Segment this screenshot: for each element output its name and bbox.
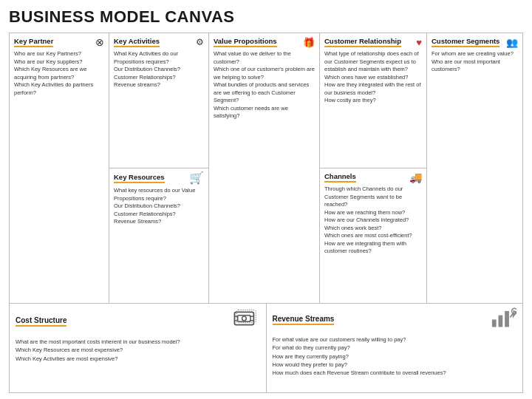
page-title: BUSINESS MODEL CANVAS: [9, 7, 523, 27]
segments-cell: Customer Segments 👥 For whom are we crea…: [427, 33, 522, 303]
cost-title: Cost Structure: [16, 316, 66, 327]
cost-header: Cost Structure: [16, 307, 260, 335]
channels-body: Through which Channels do our Customer S…: [324, 185, 422, 256]
partner-cell: Key Partner ⊗ Who are our Key Partners? …: [10, 33, 109, 303]
relationship-cell: Customer Relationship ♥ What type of rel…: [320, 33, 426, 168]
svg-rect-8: [492, 319, 497, 327]
revenue-icon: $: [490, 307, 516, 332]
bottom-row: Cost Structure: [10, 304, 522, 392]
value-title: Value Propositions: [214, 37, 277, 47]
revenue-cell: Revenue Streams $: [267, 304, 523, 392]
resources-header: Key Resources 🛒: [114, 172, 204, 184]
relationship-header: Customer Relationship ♥: [324, 37, 422, 47]
partner-body: Who are our Key Partners? Who are our Ke…: [14, 50, 104, 97]
relationship-title: Customer Relationship: [324, 37, 401, 47]
partner-title: Key Partner: [14, 37, 53, 47]
value-header: Value Propositions 🎁: [214, 37, 315, 47]
resources-icon: 🛒: [189, 172, 204, 184]
cost-body: What are the most important costs inhere…: [16, 338, 260, 363]
segments-body: For whom are we creating value? Who are …: [432, 50, 518, 74]
segments-title: Customer Segments: [432, 37, 499, 47]
partner-header: Key Partner ⊗: [14, 37, 104, 47]
value-icon: 🎁: [303, 38, 315, 47]
channels-title: Channels: [324, 172, 356, 183]
segments-icon: 👥: [506, 38, 518, 47]
activities-title: Key Activities: [114, 37, 160, 47]
revenue-body: For what value are our customers really …: [273, 335, 517, 377]
top-row: Key Partner ⊗ Who are our Key Partners? …: [10, 33, 522, 304]
svg-rect-9: [499, 316, 503, 327]
value-cell: Value Propositions 🎁 What value do we de…: [209, 33, 319, 303]
relationship-body: What type of relationship does each of o…: [324, 50, 422, 105]
cost-cell: Cost Structure: [10, 304, 267, 392]
resources-cell: Key Resources 🛒 What key resources do ou…: [109, 168, 208, 303]
value-body: What value do we deliver to the customer…: [214, 50, 315, 120]
revenue-title: Revenue Streams: [273, 315, 335, 325]
svg-text:$: $: [513, 310, 515, 314]
svg-point-6: [242, 316, 246, 321]
partner-icon: ⊗: [95, 37, 104, 47]
col-segments: Customer Segments 👥 For whom are we crea…: [427, 33, 522, 303]
canvas-grid: Key Partner ⊗ Who are our Key Partners? …: [9, 33, 523, 393]
activities-header: Key Activities ⚙: [114, 37, 204, 47]
svg-rect-10: [505, 311, 509, 327]
activities-cell: Key Activities ⚙ What Key Activities do …: [109, 33, 208, 168]
page: BUSINESS MODEL CANVAS Key Partner ⊗ Who …: [0, 0, 532, 399]
channels-header: Channels 🚚: [324, 172, 422, 183]
relationship-icon: ♥: [416, 38, 422, 47]
col-relationship: Customer Relationship ♥ What type of rel…: [320, 33, 427, 303]
col-activities: Key Activities ⚙ What Key Activities do …: [109, 33, 209, 303]
cost-icon: [233, 307, 260, 335]
activities-icon: ⚙: [196, 38, 204, 47]
resources-body: What key resources do our Value Proposit…: [114, 187, 204, 226]
channels-icon: 🚚: [409, 172, 422, 183]
segments-header: Customer Segments 👥: [432, 37, 518, 47]
col-partner: Key Partner ⊗ Who are our Key Partners? …: [10, 33, 109, 303]
resources-title: Key Resources: [114, 173, 165, 183]
channels-cell: Channels 🚚 Through which Channels do our…: [320, 168, 426, 303]
col-value: Value Propositions 🎁 What value do we de…: [209, 33, 320, 303]
activities-body: What Key Activities do our Propositions …: [114, 50, 204, 89]
revenue-header: Revenue Streams $: [273, 307, 517, 332]
